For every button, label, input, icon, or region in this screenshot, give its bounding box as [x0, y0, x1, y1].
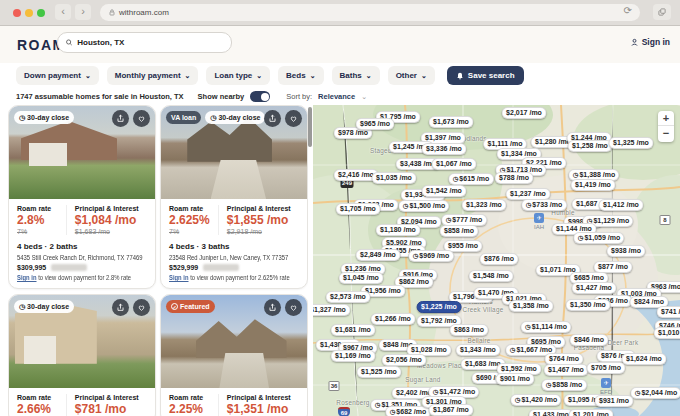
maximize-window-button[interactable]	[37, 9, 45, 17]
property-card[interactable]: ✓FeaturedRoam rate2.25%Principal & Inter…	[160, 294, 308, 416]
map-panel[interactable]: StagecoachThe WoodlandsHumbleHuntersCree…	[313, 105, 680, 416]
map-price-marker[interactable]: $1,350 /mo	[566, 299, 611, 311]
share-button[interactable]	[112, 299, 129, 316]
map-price-marker[interactable]: $1,358 /mo	[509, 300, 554, 312]
browser-forward-button[interactable]: ›	[75, 4, 91, 20]
map-price-marker[interactable]: ◷$615 /mo	[448, 173, 494, 185]
filter-chip-down-payment[interactable]: Down payment⌄	[16, 66, 99, 85]
close-window-button[interactable]	[13, 9, 21, 17]
zoom-in-button[interactable]: +	[658, 111, 674, 126]
map-price-marker[interactable]: $863 /mo	[450, 324, 489, 336]
sign-in-link[interactable]: Sign in	[169, 274, 189, 281]
map-price-marker[interactable]: $1,681 /mo	[331, 324, 376, 336]
map-price-marker[interactable]: $1,045 /mo	[339, 272, 384, 284]
map-price-marker[interactable]: $1,673 /mo	[429, 116, 474, 128]
badge-30-day-close: ◷30-day close	[14, 300, 74, 313]
sign-in-button[interactable]: Sign in	[630, 37, 670, 47]
favorite-heart-button[interactable]	[133, 110, 150, 127]
map-price-marker[interactable]: $1,266 /mo	[371, 313, 416, 325]
map-price-marker[interactable]: $1,525 /mo	[357, 366, 402, 378]
map-price-marker[interactable]: $2,573 /mo	[326, 291, 371, 303]
map-price-marker[interactable]: $1,542 /mo	[422, 185, 467, 197]
map-price-marker[interactable]: $846 /mo	[570, 334, 609, 346]
map-price-marker[interactable]: $1,169 /mo	[331, 350, 376, 362]
map-price-marker[interactable]: $1,180 /mo	[376, 224, 421, 236]
map-price-marker[interactable]: $1,323 /mo	[462, 199, 507, 211]
map-price-marker[interactable]: $1,867 /mo	[429, 404, 474, 416]
favorite-heart-button[interactable]	[285, 299, 302, 316]
map-price-marker[interactable]: ◷$1,114 /mo	[520, 321, 571, 333]
map-price-marker[interactable]: ◷$682 /mo	[385, 406, 431, 416]
map-price-marker[interactable]: $1,035 /mo	[372, 172, 417, 184]
browser-back-button[interactable]: ‹	[55, 4, 71, 20]
filter-chip-other[interactable]: Other⌄	[388, 66, 435, 85]
tab-overview-button[interactable]	[653, 4, 671, 20]
sort-value[interactable]: Relevance	[318, 92, 355, 101]
map-price-marker[interactable]: $1,067 /mo	[432, 158, 477, 170]
map-price-marker[interactable]: $1,705 /mo	[336, 203, 381, 215]
map-price-marker[interactable]: $1,325 /mo	[609, 137, 654, 149]
map-price-marker[interactable]: $1,258 /mo	[568, 140, 613, 152]
property-card[interactable]: VA loan◷30-day closeRoam rate2.625%7%Pri…	[160, 105, 308, 289]
reload-icon[interactable]: ⟳	[624, 5, 632, 16]
map-price-marker[interactable]: ◷$1,059 /mo	[573, 232, 624, 244]
principal-interest-value: $1,855 /mo	[227, 213, 299, 227]
map-price-marker[interactable]: $741 /mo	[657, 306, 680, 318]
filter-chip-loan-type[interactable]: Loan type⌄	[206, 66, 270, 85]
favorite-heart-button[interactable]	[285, 110, 302, 127]
map-price-marker[interactable]: $1,427 /mo	[572, 282, 617, 294]
map-price-marker[interactable]: $1,624 /mo	[622, 353, 667, 365]
favorite-heart-button[interactable]	[133, 299, 150, 316]
map-price-marker[interactable]: ◷$2,044 /mo	[630, 387, 680, 399]
property-card[interactable]: ◷30-day closeRoam rate2.8%7%Principal & …	[8, 105, 156, 289]
filter-chip-monthly-payment[interactable]: Monthly payment⌄	[107, 66, 199, 85]
map-price-marker[interactable]: $1,419 /mo	[571, 179, 616, 191]
sign-in-link[interactable]: Sign in	[17, 274, 37, 281]
map-price-marker[interactable]: $1,010 /mo	[654, 327, 680, 339]
map-price-marker[interactable]: $965 /mo	[356, 118, 395, 130]
minimize-window-button[interactable]	[25, 9, 33, 17]
map-price-marker[interactable]: $3,336 /mo	[422, 143, 467, 155]
map-price-marker[interactable]: $876 /mo	[480, 253, 519, 265]
filter-chip-baths[interactable]: Baths⌄	[332, 66, 380, 85]
map-price-marker[interactable]: $788 /mo	[495, 172, 534, 184]
zoom-out-button[interactable]: −	[658, 126, 674, 141]
map-price-marker[interactable]: ◷$733 /mo	[521, 199, 567, 211]
map-price-marker[interactable]: $938 /mo	[607, 245, 646, 257]
save-search-button[interactable]: Save search	[447, 66, 524, 85]
map-price-marker[interactable]: ◷$1,420 /mo	[510, 394, 561, 406]
map-price-marker[interactable]: $2,056 /mo	[382, 354, 427, 366]
map-price-marker[interactable]: $1,225 /mo	[417, 301, 462, 313]
map-price-marker[interactable]: $2,849 /mo	[356, 249, 401, 261]
filter-chip-beds[interactable]: Beds⌄	[278, 66, 323, 85]
map-price-marker[interactable]: $1,433 /mo	[529, 409, 574, 416]
map-price-marker[interactable]: $1,201 /mo	[569, 409, 614, 416]
url-bar[interactable]: withroam.com ⟳	[100, 4, 640, 21]
cards-scrollbar-thumb[interactable]	[308, 107, 312, 147]
map-price-marker[interactable]: ◷$1,500 /mo	[398, 200, 449, 212]
map-price-marker[interactable]: ◷$969 /mo	[408, 250, 454, 262]
map-price-marker[interactable]: $1,548 /mo	[469, 270, 514, 282]
property-card[interactable]: ◷30-day closeRoam rate2.66%Principal & I…	[8, 294, 156, 416]
share-button[interactable]	[112, 110, 129, 127]
map-price-marker[interactable]: $1,327 /mo	[313, 304, 350, 316]
map-price-marker[interactable]: $705 /mo	[587, 362, 626, 374]
location-search[interactable]	[57, 32, 232, 53]
map-price-marker[interactable]: $2,017 /mo	[502, 107, 547, 119]
map-price-marker[interactable]: $901 /mo	[496, 373, 535, 385]
show-nearby-toggle[interactable]	[250, 91, 270, 102]
map-price-marker[interactable]: $1,467 /mo	[544, 364, 589, 376]
share-button[interactable]	[264, 299, 281, 316]
map-price-marker[interactable]: $931 /mo	[595, 395, 634, 407]
chevron-down-icon: ⌄	[85, 72, 91, 80]
map-price-marker[interactable]: ◷$858 /mo	[541, 379, 587, 391]
map-price-marker[interactable]: $1,412 /mo	[599, 199, 644, 211]
map-price-marker[interactable]: $1,343 /mo	[456, 344, 501, 356]
sort-chevron-down-icon[interactable]: ⌄	[361, 93, 367, 101]
price-label: $876 /mo	[484, 255, 514, 263]
price-label: $685 /mo	[574, 274, 604, 282]
share-button[interactable]	[264, 110, 281, 127]
search-input[interactable]	[77, 38, 224, 47]
roam-rate-value: 2.66%	[17, 402, 66, 416]
map-price-marker[interactable]: $858 /mo	[440, 225, 479, 237]
